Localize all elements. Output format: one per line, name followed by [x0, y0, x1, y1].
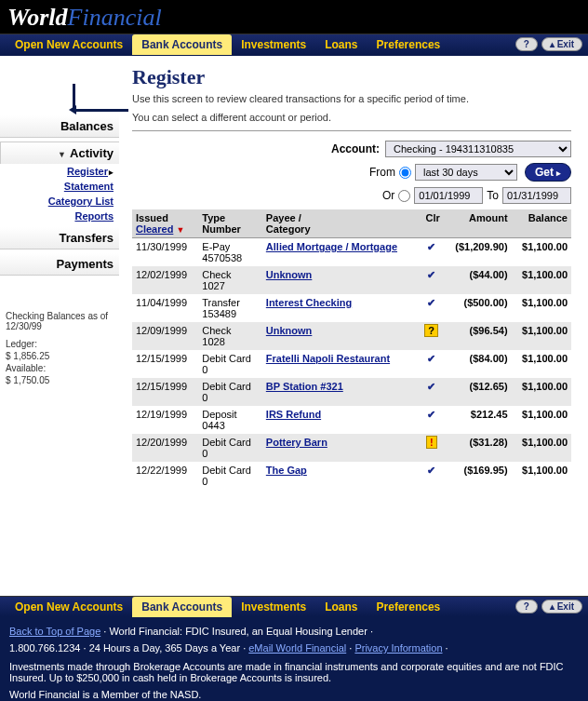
cell-balance: $1,100.00 [512, 294, 571, 322]
cell-amount: ($169.95) [444, 462, 512, 490]
cell-date: 11/04/1999 [132, 294, 198, 322]
logo-world: World [7, 4, 68, 31]
footer-disclaimer: Investments made through Brokerage Accou… [9, 661, 579, 683]
sidebar-tab-activity[interactable]: ▼Activity [0, 142, 119, 164]
cell-balance: $1,100.00 [512, 434, 571, 462]
help-button-bottom[interactable]: ? [515, 600, 538, 613]
cell-date: 12/02/1999 [132, 266, 198, 294]
cell-clr: ✔ [420, 462, 444, 490]
account-select[interactable]: Checking - 194311310835 [385, 141, 571, 157]
col-amount[interactable]: Amount [444, 209, 512, 238]
email-link[interactable]: eMail World Financial [248, 642, 346, 654]
question-icon: ? [424, 324, 438, 337]
cell-balance: $1,100.00 [512, 378, 571, 406]
bnav-preferences[interactable]: Preferences [368, 599, 450, 615]
chevron-down-icon: ▼ [58, 150, 66, 159]
payee-link[interactable]: IRS Refund [266, 409, 321, 420]
nav-loans[interactable]: Loans [315, 36, 367, 53]
header-bar: WorldFinancial [0, 0, 588, 34]
check-icon: ✔ [427, 353, 435, 364]
privacy-link[interactable]: Privacy Information [354, 642, 442, 654]
cell-date: 12/15/1999 [132, 350, 198, 378]
sidebar-tab-transfers[interactable]: Transfers [0, 227, 119, 249]
check-icon: ✔ [427, 297, 435, 308]
bnav-bank-accounts[interactable]: Bank Accounts [132, 597, 232, 617]
nav-investments[interactable]: Investments [232, 36, 315, 53]
help-button[interactable]: ? [515, 37, 538, 51]
col-balance[interactable]: Balance [512, 209, 571, 238]
cell-balance: $1,100.00 [512, 462, 571, 490]
range-select[interactable]: last 30 days [415, 164, 517, 181]
cell-clr: ! [420, 434, 444, 462]
sidebar-link-register[interactable]: Register [0, 164, 119, 179]
cell-amount: ($44.00) [444, 266, 512, 294]
cell-type: Deposit0443 [198, 406, 262, 434]
cell-date: 12/15/1999 [132, 378, 198, 406]
cell-date: 12/19/1999 [132, 406, 198, 434]
cell-amount: ($500.00) [444, 294, 512, 322]
footer-text: Back to Top of Page · World Financial: F… [0, 618, 588, 701]
payee-link[interactable]: Allied Mortgage / Mortgage [266, 241, 397, 252]
nav-arrow-icon [73, 84, 128, 112]
bnav-investments[interactable]: Investments [232, 599, 315, 615]
cell-clr: ✔ [420, 378, 444, 406]
logo-financial: Financial [68, 4, 162, 31]
table-row: 12/09/1999Check1028Unknown?($96.54)$1,10… [132, 322, 571, 350]
sidebar-tab-payments[interactable]: Payments [0, 253, 119, 276]
nav-open-accounts[interactable]: Open New Accounts [6, 36, 132, 53]
sidebar-link-statement[interactable]: Statement [0, 179, 119, 194]
table-row: 11/04/1999Transfer153489Interest Checkin… [132, 294, 571, 322]
nav-bank-accounts[interactable]: Bank Accounts [132, 34, 232, 55]
sidebar-tab-activity-label: Activity [70, 146, 114, 160]
cell-clr: ✔ [420, 266, 444, 294]
col-payee[interactable]: Payee /Category [262, 209, 420, 238]
bottom-nav: Open New Accounts Bank Accounts Investme… [0, 596, 588, 618]
or-label: Or [382, 189, 394, 202]
from-date-radio[interactable] [398, 190, 410, 202]
col-clr[interactable]: Clr [420, 209, 444, 238]
ledger-label: Ledger: [6, 339, 123, 349]
logo: WorldFinancial [7, 3, 162, 32]
sidebar-link-category[interactable]: Category List [0, 194, 119, 209]
check-icon: ✔ [427, 409, 435, 420]
payee-link[interactable]: Unknown [266, 269, 313, 280]
table-row: 12/20/1999Debit Card0Pottery Barn!($31.2… [132, 434, 571, 462]
cell-type: Debit Card0 [198, 434, 262, 462]
payee-link[interactable]: The Gap [266, 465, 307, 476]
back-to-top-link[interactable]: Back to Top of Page [9, 626, 100, 637]
date-from-input[interactable] [414, 187, 483, 204]
payee-link[interactable]: Interest Checking [266, 297, 352, 308]
content-area: Register Use this screen to review clear… [128, 56, 588, 577]
from-range-radio[interactable] [399, 167, 411, 179]
sort-desc-icon: ▼ [176, 225, 184, 235]
table-row: 12/19/1999Deposit0443IRS Refund✔$212.45$… [132, 406, 571, 434]
exit-button-bottom[interactable]: ▴ Exit [541, 600, 582, 613]
get-button[interactable]: Get [525, 163, 571, 182]
payee-link[interactable]: Pottery Barn [266, 437, 327, 448]
check-icon: ✔ [427, 465, 435, 476]
payee-link[interactable]: Fratelli Napoli Restaurant [266, 353, 390, 364]
alert-icon: ! [426, 436, 437, 449]
bnav-loans[interactable]: Loans [315, 599, 367, 615]
sidebar-tab-balances[interactable]: Balances [0, 115, 119, 138]
footer-nasd: World Financial is a Member of the NASD. [9, 689, 579, 700]
table-row: 12/15/1999Debit Card0Fratelli Napoli Res… [132, 350, 571, 378]
payee-link[interactable]: BP Station #321 [266, 381, 343, 392]
payee-link[interactable]: Unknown [266, 325, 313, 336]
exit-button[interactable]: ▴ Exit [541, 37, 582, 51]
check-icon: ✔ [427, 241, 435, 252]
check-icon: ✔ [427, 269, 435, 280]
cell-amount: ($1,209.90) [444, 238, 512, 267]
col-type[interactable]: TypeNumber [198, 209, 262, 238]
date-to-input[interactable] [502, 187, 571, 204]
bnav-open-accounts[interactable]: Open New Accounts [6, 599, 132, 615]
col-issued[interactable]: IssuedCleared ▼ [132, 209, 198, 238]
cell-balance: $1,100.00 [512, 406, 571, 434]
cell-type: Debit Card0 [198, 350, 262, 378]
available-value: $ 1,750.05 [6, 375, 123, 385]
nav-preferences[interactable]: Preferences [368, 36, 450, 53]
sort-cleared[interactable]: Cleared [136, 223, 173, 235]
register-table: IssuedCleared ▼ TypeNumber Payee /Catego… [132, 209, 571, 490]
sidebar-link-reports[interactable]: Reports [0, 209, 119, 223]
cell-date: 12/22/1999 [132, 462, 198, 490]
